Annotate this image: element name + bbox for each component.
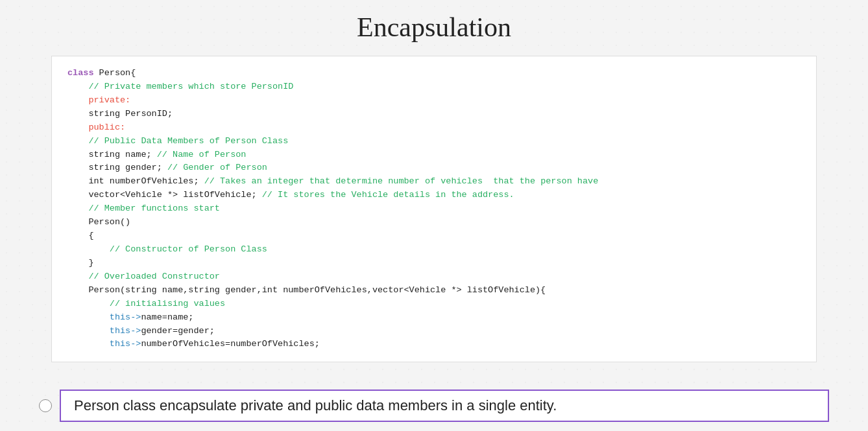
code-line: Person(string name,string gender,int num… bbox=[67, 284, 801, 297]
code-line: string gender; // Gender of Person bbox=[67, 161, 801, 175]
code-line: Person() bbox=[67, 216, 801, 229]
code-line: } bbox=[67, 257, 801, 270]
code-line: // Private members which store PersonID bbox=[67, 80, 801, 94]
code-line: string name; // Name of Person bbox=[67, 148, 801, 162]
caption-box: Person class encapsulate private and pub… bbox=[60, 390, 829, 422]
code-line: this->name=name; bbox=[67, 311, 801, 325]
main-container: Encapsulation class Person{ // Private m… bbox=[0, 0, 868, 431]
code-line: vector<Vehicle *> listOfVehicle; // It s… bbox=[67, 189, 801, 202]
code-line: // Overloaded Constructor bbox=[67, 270, 801, 284]
code-line: string PersonID; bbox=[67, 108, 801, 121]
code-line: private: bbox=[67, 94, 801, 108]
caption-text: Person class encapsulate private and pub… bbox=[74, 397, 557, 414]
code-line: // Public Data Members of Person Class bbox=[67, 135, 801, 148]
code-line: // initialising values bbox=[67, 297, 801, 311]
code-line: // Constructor of Person Class bbox=[67, 243, 801, 257]
code-line: int numberOfVehicles; // Takes an intege… bbox=[67, 175, 801, 189]
code-line: this->gender=gender; bbox=[67, 325, 801, 338]
code-line: { bbox=[67, 229, 801, 243]
caption-circle bbox=[39, 399, 52, 412]
code-line: class Person{ bbox=[67, 67, 801, 80]
caption-area: Person class encapsulate private and pub… bbox=[39, 390, 829, 422]
code-line: // Member functions start bbox=[67, 202, 801, 216]
code-line: this->numberOfVehicles=numberOfVehicles; bbox=[67, 338, 801, 351]
code-panel: class Person{ // Private members which s… bbox=[51, 56, 817, 362]
code-line: public: bbox=[67, 121, 801, 135]
page-title: Encapsulation bbox=[357, 12, 511, 43]
